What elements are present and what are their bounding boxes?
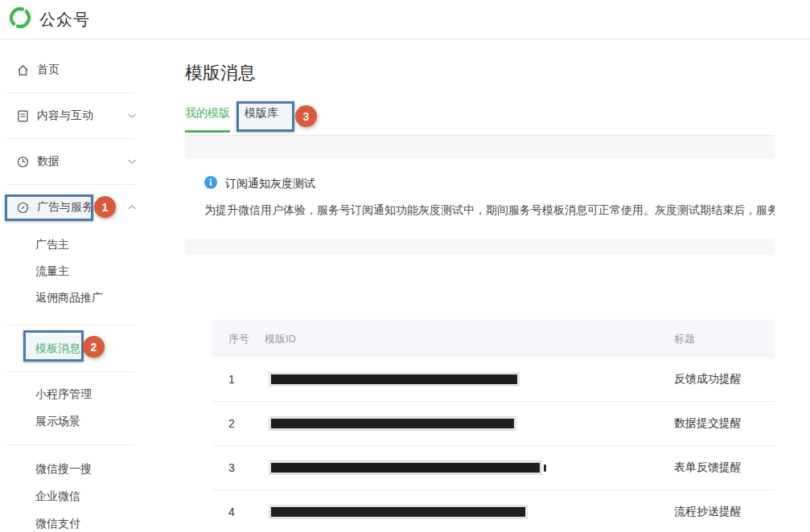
top-header: 公众号 [0, 0, 810, 39]
chevron-down-icon [127, 158, 137, 165]
sidebar-item-rebate-promotion[interactable]: 返佣商品推广 [0, 284, 185, 311]
info-icon [204, 176, 217, 192]
sidebar-item-traffic-owner[interactable]: 流量主 [0, 258, 185, 284]
annotation-box-template-message [23, 330, 84, 362]
row-index: 3 [212, 461, 265, 474]
redacted-template-id [269, 416, 516, 431]
sidebar-item-label: 内容与互动 [37, 108, 93, 123]
sidebar-item-label: 首页 [37, 63, 60, 77]
brand-name: 公众号 [39, 9, 90, 31]
sidebar-item-advertiser[interactable]: 广告主 [0, 231, 185, 258]
sidebar-divider [6, 444, 135, 445]
template-title: 流程抄送提醒 [674, 505, 775, 519]
notice-body: 为提升微信用户体验，服务号订阅通知功能灰度测试中，期间服务号模板消息可正常使用。… [204, 203, 775, 218]
annotation-box-template-library [236, 101, 294, 132]
tab-my-templates[interactable]: 我的模版 [185, 106, 230, 131]
sidebar-item-label: 流量主 [35, 264, 69, 279]
template-title: 数据提交提醒 [674, 416, 775, 431]
brand-logo[interactable]: 公众号 [8, 6, 90, 33]
chevron-down-icon [127, 113, 137, 119]
column-header-index: 序号 [212, 332, 265, 346]
page-title: 模版消息 [185, 61, 775, 85]
template-table-card: 序号 模版ID 标题 1 反馈成功提醒 2 数据提交提醒 [185, 255, 775, 532]
sidebar-item-data[interactable]: 数据 [0, 139, 185, 184]
sidebar-item-wechat-pay[interactable]: 微信支付 [0, 510, 185, 532]
table-row: 1 反馈成功提醒 [212, 358, 775, 402]
sidebar-item-wecom[interactable]: 企业微信 [0, 483, 185, 510]
column-header-template-id: 模版ID [265, 332, 674, 346]
template-title: 表单反馈提醒 [674, 460, 775, 475]
sidebar-item-label: 返佣商品推广 [35, 291, 103, 305]
sidebar-item-wechat-search[interactable]: 微信搜一搜 [0, 456, 185, 483]
row-index: 1 [212, 373, 265, 386]
chevron-up-icon [127, 204, 137, 211]
sidebar-item-label: 微信支付 [35, 517, 80, 531]
row-index: 4 [212, 505, 265, 518]
sidebar-item-label: 广告主 [35, 238, 69, 252]
column-header-title: 标题 [674, 332, 775, 346]
sidebar: 首页 内容与互动 数据 [0, 39, 185, 532]
sidebar-item-home[interactable]: 首页 [0, 47, 185, 92]
sidebar-item-label: 小程序管理 [35, 387, 92, 402]
table-row: 4 流程抄送提醒 [212, 490, 775, 532]
redaction-remnant [544, 464, 546, 472]
sidebar-item-label: 数据 [37, 154, 60, 169]
sidebar-divider [6, 371, 135, 372]
row-index: 2 [212, 417, 265, 430]
sidebar-submenu: 广告主 流量主 返佣商品推广 模板消息 小程序管理 展示场景 [0, 231, 185, 532]
table-header-row: 序号 模版ID 标题 [212, 320, 775, 358]
sidebar-item-display-scene[interactable]: 展示场景 [0, 408, 185, 436]
sidebar-item-label: 展示场景 [35, 415, 80, 429]
pie-clock-icon [16, 155, 30, 169]
table-row: 3 表单反馈提醒 [212, 446, 775, 490]
annotation-box-ads-services [5, 194, 93, 221]
home-icon [16, 63, 30, 77]
redacted-template-id [269, 460, 542, 475]
official-account-logo-icon [8, 6, 32, 33]
redacted-template-id [269, 372, 520, 387]
annotation-badge-1: 1 [94, 196, 116, 218]
sidebar-item-miniprogram-management[interactable]: 小程序管理 [0, 381, 185, 408]
sidebar-item-label: 微信搜一搜 [35, 462, 92, 477]
template-title: 反馈成功提醒 [674, 372, 775, 387]
annotation-badge-3: 3 [295, 105, 317, 127]
notice-title: 订阅通知灰度测试 [225, 177, 315, 191]
tab-content-section: 订阅通知灰度测试 为提升微信用户体验，服务号订阅通知功能灰度测试中，期间服务号模… [185, 136, 775, 532]
notice-card: 订阅通知灰度测试 为提升微信用户体验，服务号订阅通知功能灰度测试中，期间服务号模… [185, 158, 775, 239]
table-row: 2 数据提交提醒 [212, 402, 775, 446]
notice-header: 订阅通知灰度测试 [204, 176, 775, 192]
annotation-badge-2: 2 [83, 336, 105, 358]
redacted-template-id [269, 505, 528, 519]
sidebar-divider [6, 325, 135, 325]
page: 公众号 首页 内容与互动 [0, 0, 810, 532]
document-icon [16, 109, 30, 123]
sidebar-item-content-interaction[interactable]: 内容与互动 [0, 93, 185, 138]
sidebar-item-label: 企业微信 [35, 489, 80, 504]
